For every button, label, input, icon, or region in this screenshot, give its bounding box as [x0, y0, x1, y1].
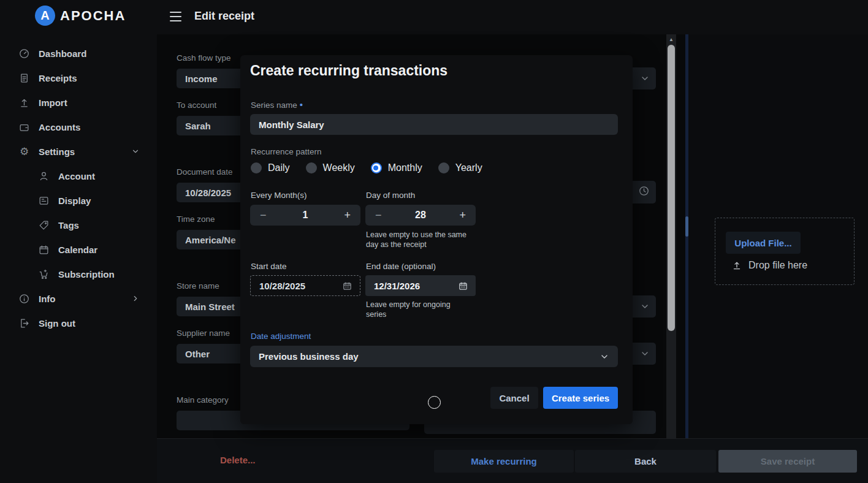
radio-selected-icon	[371, 162, 382, 173]
chevron-down-icon	[640, 302, 650, 311]
sidebar-item-display[interactable]: Display	[0, 188, 157, 213]
sidebar: A APOCHA Dashboard Receipts Import	[0, 0, 157, 483]
main-category-label: Main category	[177, 395, 229, 405]
sidebar-nav: Dashboard Receipts Import Accounts	[0, 41, 157, 335]
plus-button[interactable]: +	[344, 209, 351, 222]
series-name-input[interactable]	[250, 114, 618, 135]
document-date-label: Document date	[177, 167, 233, 177]
recurrence-radio-group: Daily Weekly Monthly Yearly	[251, 162, 482, 173]
chevron-right-icon	[131, 294, 140, 303]
save-receipt-button[interactable]: Save receipt	[718, 450, 857, 473]
sidebar-item-signout[interactable]: Sign out	[0, 311, 157, 335]
every-month-stepper: − 1 +	[250, 205, 360, 226]
radio-weekly[interactable]: Weekly	[306, 162, 355, 173]
sidebar-item-tags[interactable]: Tags	[0, 213, 157, 237]
top-header: Edit receipt	[157, 0, 868, 34]
sidebar-item-label: Display	[58, 196, 91, 206]
delete-button[interactable]: Delete...	[220, 455, 256, 465]
sidebar-item-label: Receipts	[39, 73, 77, 83]
radio-circle-icon	[306, 162, 317, 173]
sidebar-item-label: Account	[58, 171, 95, 181]
sidebar-item-label: Settings	[39, 146, 75, 157]
required-mark: •	[300, 99, 303, 110]
sidebar-item-receipts[interactable]: Receipts	[0, 66, 157, 90]
day-of-month-value[interactable]: 28	[415, 210, 426, 221]
sidebar-item-info[interactable]: Info	[0, 286, 157, 311]
gear-icon: ⚙	[18, 146, 30, 158]
create-recurring-modal: Create recurring transactions Series nam…	[240, 55, 633, 424]
start-date-label: Start date	[251, 262, 287, 271]
end-date-helper: Leave empty for ongoing series	[366, 300, 474, 319]
action-bar: Delete... Make recurring Back Save recei…	[157, 438, 868, 483]
make-recurring-button[interactable]: Make recurring	[434, 450, 574, 473]
clock-icon	[638, 185, 650, 199]
day-of-month-label: Day of month	[366, 191, 415, 200]
calendar-icon	[38, 244, 50, 256]
chevron-down-icon	[640, 74, 650, 83]
person-icon	[38, 170, 50, 182]
signout-icon	[18, 318, 30, 329]
chevron-down-icon	[600, 352, 609, 362]
menu-icon[interactable]	[170, 12, 181, 21]
calendar-icon[interactable]	[342, 281, 352, 291]
plus-button[interactable]: +	[459, 209, 466, 222]
minus-button[interactable]: −	[375, 209, 382, 222]
back-button[interactable]: Back	[575, 450, 716, 473]
info-icon	[18, 293, 30, 305]
cancel-button[interactable]: Cancel	[490, 387, 538, 409]
sidebar-item-account[interactable]: Account	[0, 164, 157, 188]
sidebar-item-label: Import	[39, 97, 67, 108]
brand-name: APOCHA	[60, 8, 126, 24]
scrollbar-up-arrow[interactable]: ▲	[666, 34, 676, 44]
series-name-label: Series name•	[251, 99, 303, 110]
chevron-down-icon	[131, 147, 140, 156]
sidebar-item-import[interactable]: Import	[0, 90, 157, 115]
cart-plus-icon	[38, 268, 50, 280]
supplier-name-label: Supplier name	[177, 329, 230, 338]
app-root: A APOCHA Dashboard Receipts Import	[0, 0, 868, 483]
radio-monthly[interactable]: Monthly	[371, 162, 422, 173]
upload-arrow-icon	[18, 97, 30, 108]
sidebar-item-accounts[interactable]: Accounts	[0, 115, 157, 139]
day-of-month-helper: Leave empty to use the same day as the r…	[366, 230, 474, 249]
every-month-label: Every Month(s)	[251, 191, 307, 200]
wallet-icon	[18, 121, 30, 133]
sidebar-item-calendar[interactable]: Calendar	[0, 237, 157, 262]
recurrence-pattern-label: Recurrence pattern	[251, 147, 322, 156]
date-adjustment-label: Date adjustment	[251, 332, 311, 341]
sidebar-item-dashboard[interactable]: Dashboard	[0, 41, 157, 66]
sidebar-item-label: Dashboard	[39, 48, 86, 59]
sidebar-item-label: Sign out	[39, 318, 75, 329]
radio-circle-icon	[438, 162, 449, 173]
tag-icon	[38, 219, 50, 231]
to-account-label: To account	[177, 101, 216, 110]
sidebar-item-label: Calendar	[58, 245, 97, 255]
vertical-scrollbar[interactable]: ▲	[666, 34, 676, 438]
end-date-input[interactable]: 12/31/2026	[365, 275, 476, 296]
calendar-icon[interactable]	[458, 281, 468, 291]
minus-button[interactable]: −	[260, 209, 267, 222]
scrollbar-thumb[interactable]	[668, 45, 675, 331]
create-series-button[interactable]: Create series	[543, 387, 618, 409]
sidebar-item-label: Tags	[58, 220, 79, 230]
start-date-input[interactable]: 10/28/2025	[250, 275, 360, 296]
brand-logo-icon: A	[35, 6, 55, 26]
page-title: Edit receipt	[194, 10, 254, 23]
upload-file-button[interactable]: Upload File...	[726, 232, 801, 254]
radio-daily[interactable]: Daily	[251, 162, 290, 173]
file-dropzone[interactable]: Upload File... Drop file here	[715, 218, 855, 285]
upload-arrow-icon	[731, 260, 742, 271]
cash-flow-type-label: Cash flow type	[177, 53, 231, 63]
time-zone-label: Time zone	[177, 215, 215, 224]
sidebar-item-settings[interactable]: ⚙ Settings	[0, 139, 157, 164]
radio-yearly[interactable]: Yearly	[438, 162, 482, 173]
every-month-value[interactable]: 1	[303, 210, 308, 221]
date-adjustment-select[interactable]: Previous business day	[250, 346, 618, 367]
sidebar-item-label: Subscription	[58, 269, 115, 280]
modal-title: Create recurring transactions	[250, 63, 447, 79]
display-icon	[38, 195, 50, 207]
end-date-label: End date (optional)	[366, 262, 436, 271]
sidebar-item-subscription[interactable]: Subscription	[0, 262, 157, 286]
store-name-label: Store name	[177, 281, 219, 291]
radio-circle-icon	[251, 162, 262, 173]
